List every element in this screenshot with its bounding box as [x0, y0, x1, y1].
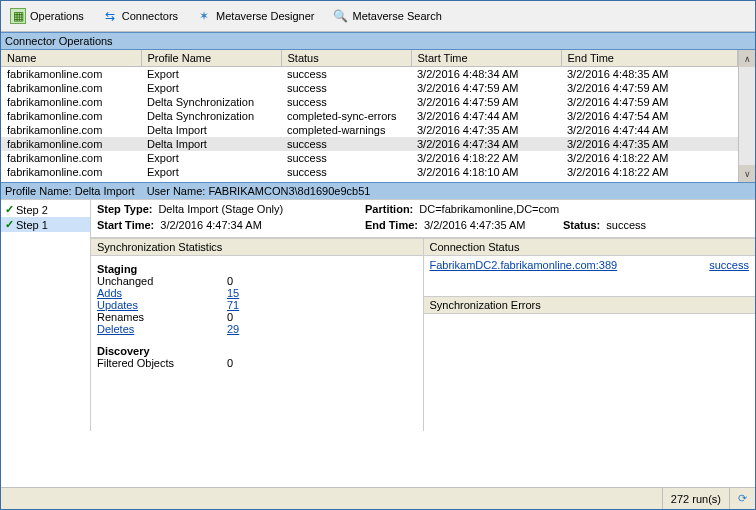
sync-stats-panel: Synchronization Statistics Staging Uncha… [91, 238, 423, 431]
status-label: Status: [563, 219, 600, 231]
unchanged-value: 0 [227, 275, 233, 287]
status-runs: 272 run(s) [662, 488, 729, 509]
discovery-group: Discovery [97, 345, 417, 357]
end-time-label: End Time: [365, 219, 418, 231]
toolbar-connectors-label: Connectors [122, 10, 178, 22]
col-profile[interactable]: Profile Name [141, 50, 281, 67]
grid-scrollbar[interactable]: ∧ ∨ [738, 50, 755, 182]
step-type-value: Delta Import (Stage Only) [158, 203, 283, 215]
connector-operations-header: Connector Operations [1, 32, 755, 50]
step-item[interactable]: ✓Step 2 [1, 202, 90, 217]
toolbar-designer-label: Metaverse Designer [216, 10, 314, 22]
table-row[interactable]: fabrikamonline.comExportsuccess3/2/2016 … [1, 67, 738, 82]
user-name-value: FABRIKAMCON3\8d1690e9cb51 [208, 185, 370, 197]
col-start[interactable]: Start Time [411, 50, 561, 67]
partition-label: Partition: [365, 203, 413, 215]
table-row[interactable]: fabrikamonline.comExportsuccess3/2/2016 … [1, 165, 738, 179]
toolbar-operations[interactable]: ▦ Operations [5, 5, 93, 27]
table-row[interactable]: fabrikamonline.comDelta Synchronizations… [1, 95, 738, 109]
check-icon: ✓ [5, 218, 14, 231]
renames-value: 0 [227, 311, 233, 323]
table-row[interactable]: fabrikamonline.comExportsuccess3/2/2016 … [1, 151, 738, 165]
toolbar-connectors[interactable]: ⇆ Connectors [97, 5, 187, 27]
filtered-value: 0 [227, 357, 233, 369]
deletes-value[interactable]: 29 [227, 323, 239, 335]
sync-errors-header: Synchronization Errors [424, 296, 756, 314]
right-panels: Connection Status FabrikamDC2.fabrikamon… [423, 238, 756, 431]
table-row[interactable]: fabrikamonline.comDelta Importcompleted-… [1, 123, 738, 137]
step-type-label: Step Type: [97, 203, 152, 215]
step-label: Step 2 [16, 204, 48, 216]
filtered-label: Filtered Objects [97, 357, 227, 369]
updates-link[interactable]: Updates [97, 299, 227, 311]
conn-status-link[interactable]: success [709, 259, 749, 271]
conn-server-link[interactable]: FabrikamDC2.fabrikamonline.com:389 [430, 259, 618, 271]
step-item[interactable]: ✓Step 1 [1, 217, 90, 232]
table-row[interactable]: fabrikamonline.comDelta Synchronizationc… [1, 109, 738, 123]
sync-errors-body [424, 314, 756, 431]
col-end[interactable]: End Time [561, 50, 738, 67]
profile-bar: Profile Name: Delta Import User Name: FA… [1, 182, 755, 199]
conn-status-header: Connection Status [424, 238, 756, 256]
toolbar-search[interactable]: 🔍 Metaverse Search [328, 5, 451, 27]
renames-label: Renames [97, 311, 227, 323]
status-value: success [606, 219, 646, 231]
start-time-label: Start Time: [97, 219, 154, 231]
step-info: Step Type:Delta Import (Stage Only) Part… [91, 200, 755, 238]
detail-right: Step Type:Delta Import (Stage Only) Part… [91, 200, 755, 431]
profile-name-value: Delta Import [75, 185, 135, 197]
scroll-up-icon[interactable]: ∧ [739, 50, 755, 67]
scroll-down-icon[interactable]: ∨ [739, 165, 755, 182]
col-status[interactable]: Status [281, 50, 411, 67]
search-icon: 🔍 [333, 8, 349, 24]
panels: Synchronization Statistics Staging Uncha… [91, 238, 755, 431]
adds-value[interactable]: 15 [227, 287, 239, 299]
step-label: Step 1 [16, 219, 48, 231]
user-name-label: User Name: [147, 185, 206, 197]
deletes-link[interactable]: Deletes [97, 323, 227, 335]
table-row[interactable]: fabrikamonline.comDelta Importsuccess3/2… [1, 137, 738, 151]
designer-icon: ✶ [196, 8, 212, 24]
toolbar-operations-label: Operations [30, 10, 84, 22]
statusbar: 272 run(s) ⟳ [1, 487, 755, 509]
start-time-value: 3/2/2016 4:47:34 AM [160, 219, 262, 231]
operations-icon: ▦ [10, 8, 26, 24]
check-icon: ✓ [5, 203, 14, 216]
table-row[interactable]: fabrikamonline.comDelta Synchronizations… [1, 179, 738, 182]
adds-link[interactable]: Adds [97, 287, 227, 299]
operations-grid: Name Profile Name Status Start Time End … [1, 50, 738, 182]
updates-value[interactable]: 71 [227, 299, 239, 311]
toolbar: ▦ Operations ⇆ Connectors ✶ Metaverse De… [1, 1, 755, 32]
col-name[interactable]: Name [1, 50, 141, 67]
toolbar-search-label: Metaverse Search [353, 10, 442, 22]
table-row[interactable]: fabrikamonline.comExportsuccess3/2/2016 … [1, 81, 738, 95]
status-refresh-icon[interactable]: ⟳ [729, 488, 755, 509]
grid-header-row: Name Profile Name Status Start Time End … [1, 50, 738, 67]
unchanged-label: Unchanged [97, 275, 227, 287]
sync-stats-header: Synchronization Statistics [91, 238, 423, 256]
staging-group: Staging [97, 263, 417, 275]
partition-value: DC=fabrikamonline,DC=com [419, 203, 559, 215]
toolbar-designer[interactable]: ✶ Metaverse Designer [191, 5, 323, 27]
profile-name-label: Profile Name: [5, 185, 72, 197]
end-time-value: 3/2/2016 4:47:35 AM [424, 219, 526, 231]
steps-list: ✓Step 2✓Step 1 [1, 200, 91, 431]
details-area: ✓Step 2✓Step 1 Step Type:Delta Import (S… [1, 199, 755, 431]
connectors-icon: ⇆ [102, 8, 118, 24]
